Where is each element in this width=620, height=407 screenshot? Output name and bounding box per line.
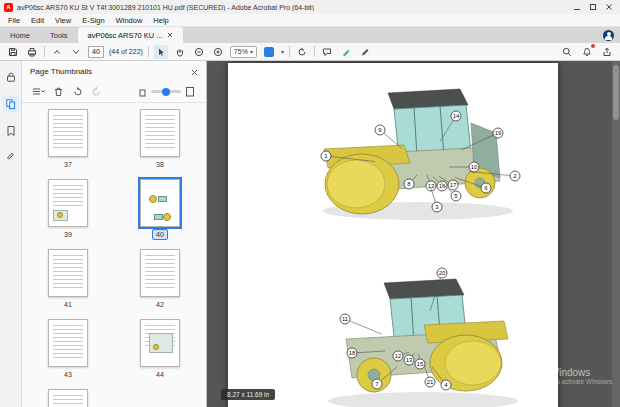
svg-text:15: 15 — [417, 361, 424, 367]
menu-file[interactable]: File — [8, 16, 20, 25]
thumbnail-page-43[interactable]: 43 — [48, 319, 88, 380]
menu-help[interactable]: Help — [153, 16, 168, 25]
thumbnail-preview[interactable] — [48, 179, 88, 227]
smaller-thumbnails-button[interactable] — [138, 83, 147, 101]
tab-close-button[interactable] — [167, 31, 173, 40]
svg-text:14: 14 — [453, 113, 460, 119]
thumbnail-preview[interactable] — [48, 109, 88, 157]
page-count-label: (44 of 222) — [109, 48, 143, 55]
rotate-right-icon — [91, 86, 102, 97]
close-button[interactable] — [602, 1, 616, 13]
edit-button[interactable] — [358, 45, 372, 59]
window-controls — [570, 1, 616, 13]
menu-esign[interactable]: E-Sign — [82, 16, 105, 25]
thumbnail-image-detail — [57, 212, 63, 218]
large-thumbnail-icon — [185, 86, 196, 97]
rotate-pages-button[interactable] — [295, 45, 309, 59]
left-navigation-rail — [0, 61, 22, 407]
thumbnail-size-controls — [138, 83, 196, 101]
thumbnail-preview[interactable] — [140, 319, 180, 367]
delete-page-button[interactable] — [53, 83, 64, 101]
thumbnail-page-40-selected[interactable]: 40 — [140, 179, 180, 240]
close-icon — [167, 32, 173, 38]
page-thumbnails-button[interactable] — [3, 96, 19, 112]
menu-edit[interactable]: Edit — [31, 16, 44, 25]
slider-knob[interactable] — [162, 88, 170, 96]
maximize-button[interactable] — [586, 1, 600, 13]
larger-thumbnails-button[interactable] — [185, 83, 196, 101]
profile-avatar[interactable] — [603, 30, 614, 41]
scrollbar-thumb[interactable] — [613, 65, 619, 120]
minimize-icon — [573, 3, 581, 11]
tab-tools[interactable]: Tools — [40, 27, 78, 43]
tab-home[interactable]: Home — [0, 27, 40, 43]
window-title: avP06sc ARS70 KU St V T4f 3001289 210101… — [17, 4, 566, 11]
zoom-level-dropdown[interactable]: 75% ▾ — [230, 46, 257, 58]
mini-drum — [163, 213, 171, 221]
page-thumbnails-icon — [5, 98, 17, 110]
thumbnail-content — [145, 115, 175, 151]
next-page-button[interactable] — [69, 45, 83, 59]
svg-text:20: 20 — [439, 270, 446, 276]
chevron-down-icon — [71, 47, 81, 57]
panel-close-button[interactable] — [191, 62, 198, 80]
vertical-scrollbar[interactable] — [612, 61, 620, 407]
thumbnail-preview[interactable] — [48, 319, 88, 367]
thumbnail-size-slider[interactable] — [151, 90, 181, 93]
search-button[interactable] — [560, 45, 574, 59]
pdf-page[interactable]: 91419110281316176532011181213157214 — [228, 63, 558, 407]
security-button[interactable] — [3, 69, 19, 85]
zoom-in-button[interactable] — [211, 45, 225, 59]
thumbnail-preview[interactable] — [140, 109, 180, 157]
thumbnail-page-44[interactable]: 44 — [140, 319, 180, 380]
bookmarks-button[interactable] — [3, 123, 19, 139]
print-button[interactable] — [25, 45, 39, 59]
search-icon — [562, 47, 572, 57]
hand-tool-button[interactable] — [173, 45, 187, 59]
tab-home-label: Home — [10, 31, 30, 40]
zoom-out-button[interactable] — [192, 45, 206, 59]
thumbnail-page-37[interactable]: 37 — [48, 109, 88, 170]
tab-document-label: avP06sc ARS70 KU ... — [88, 31, 163, 40]
rotate-left-button[interactable] — [72, 83, 83, 101]
thumbnail-preview[interactable] — [140, 179, 180, 227]
minimize-button[interactable] — [570, 1, 584, 13]
page-number-input[interactable]: 40 — [88, 46, 104, 58]
close-icon — [191, 69, 198, 76]
document-viewport[interactable]: 91419110281316176532011181213157214 8.27… — [207, 61, 620, 407]
toolbar-separator — [148, 46, 149, 57]
print-icon — [27, 47, 37, 57]
thumbnail-page-42[interactable]: 42 — [140, 249, 180, 310]
rotate-right-button[interactable] — [91, 83, 102, 101]
machine-parts-figure: 91419110281316176532011181213157214 — [228, 63, 558, 407]
attachments-button[interactable] — [3, 150, 19, 166]
share-button[interactable] — [600, 45, 614, 59]
thumbnail-options-button[interactable] — [32, 83, 45, 101]
lock-icon — [5, 71, 17, 83]
thumbnail-page-39[interactable]: 39 — [48, 179, 88, 240]
save-button[interactable] — [6, 45, 20, 59]
highlight-button[interactable] — [339, 45, 353, 59]
thumbnail-label: 37 — [60, 159, 76, 170]
main-toolbar: 40 (44 of 222) 75% ▾ ▾ — [0, 43, 620, 61]
bell-icon — [582, 47, 592, 57]
thumbnail-preview[interactable] — [48, 249, 88, 297]
page-display-dropdown[interactable] — [262, 45, 276, 59]
thumbnail-preview[interactable] — [48, 389, 88, 407]
thumbnail-page-38[interactable]: 38 — [140, 109, 180, 170]
previous-page-button[interactable] — [50, 45, 64, 59]
thumbnail-label: 41 — [60, 299, 76, 310]
svg-text:12: 12 — [395, 353, 402, 359]
menu-window[interactable]: Window — [116, 16, 143, 25]
titlebar: A avP06sc ARS70 KU St V T4f 3001289 2101… — [0, 0, 620, 14]
roller-illustration-top — [323, 89, 513, 220]
menu-view[interactable]: View — [55, 16, 71, 25]
panel-toolbar — [22, 81, 206, 103]
comment-button[interactable] — [320, 45, 334, 59]
thumbnail-page-45[interactable]: 45 — [48, 389, 88, 407]
select-tool-button[interactable] — [154, 45, 168, 59]
tab-document[interactable]: avP06sc ARS70 KU ... — [78, 27, 183, 43]
thumbnail-preview[interactable] — [140, 249, 180, 297]
thumbnail-page-41[interactable]: 41 — [48, 249, 88, 310]
notifications-button[interactable] — [580, 45, 594, 59]
